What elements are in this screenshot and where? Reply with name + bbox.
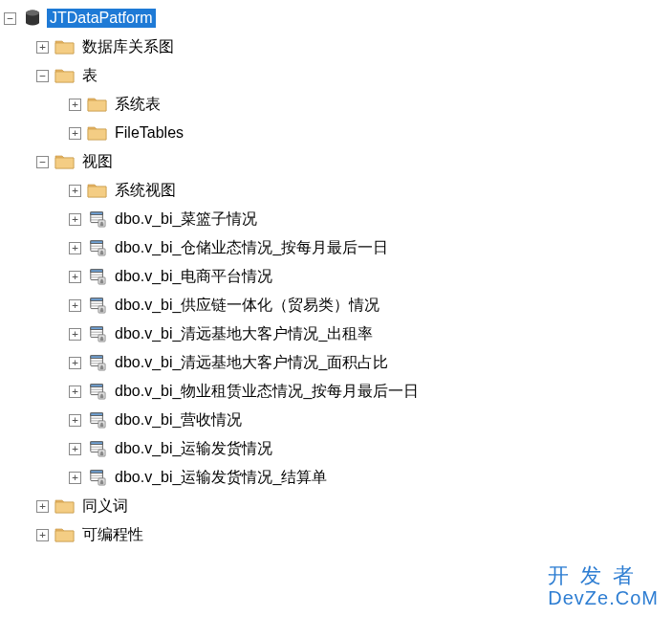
svg-rect-45	[91, 385, 103, 387]
expand-icon[interactable]: +	[36, 500, 49, 513]
svg-point-1	[26, 11, 39, 16]
tree-node-label[interactable]: 同义词	[79, 496, 131, 518]
collapse-icon[interactable]: −	[4, 12, 16, 25]
expand-icon[interactable]: +	[69, 328, 81, 341]
tree-node-label[interactable]: dbo.v_bi_清远基地大客户情况_出租率	[112, 323, 376, 345]
tree-node[interactable]: +FileTables	[4, 119, 668, 147]
tree-node-label[interactable]: dbo.v_bi_物业租赁业态情况_按每月最后一日	[112, 381, 422, 403]
tree-node-label[interactable]: FileTables	[112, 123, 186, 143]
expand-icon[interactable]: +	[69, 213, 81, 226]
svg-rect-52	[91, 413, 103, 416]
expand-icon[interactable]: +	[69, 99, 81, 111]
svg-rect-31	[91, 327, 103, 330]
expand-icon[interactable]: +	[69, 299, 81, 312]
tree-node[interactable]: +数据库关系图	[4, 33, 668, 61]
view-icon	[87, 382, 108, 401]
expand-icon[interactable]: +	[36, 41, 49, 54]
svg-rect-36	[100, 339, 104, 342]
view-icon	[87, 353, 108, 372]
view-icon	[87, 468, 108, 487]
tree-node[interactable]: +dbo.v_bi_电商平台情况	[4, 262, 668, 291]
view-icon	[87, 296, 108, 315]
folder-icon	[54, 66, 76, 85]
tree-node-label[interactable]: dbo.v_bi_营收情况	[112, 409, 245, 431]
collapse-icon[interactable]: −	[36, 70, 49, 82]
tree-node[interactable]: +dbo.v_bi_运输发货情况	[4, 434, 668, 463]
folder-icon	[54, 37, 76, 56]
svg-rect-71	[100, 482, 104, 485]
expand-icon[interactable]: +	[69, 357, 81, 369]
view-icon	[87, 439, 108, 458]
expand-icon[interactable]: +	[69, 386, 81, 398]
svg-rect-10	[91, 241, 103, 244]
tree-node-label[interactable]: dbo.v_bi_清远基地大客户情况_面积占比	[112, 352, 391, 374]
watermark-line2: DevZe.CoM	[548, 587, 659, 609]
tree-node[interactable]: +同义词	[4, 492, 668, 520]
tree-node[interactable]: +dbo.v_bi_仓储业态情况_按每月最后一日	[4, 233, 668, 262]
tree-node[interactable]: +dbo.v_bi_清远基地大客户情况_出租率	[4, 320, 668, 348]
expand-icon[interactable]: +	[69, 242, 81, 254]
svg-rect-59	[91, 442, 103, 445]
folder-icon	[87, 95, 108, 114]
svg-rect-29	[100, 310, 104, 313]
folder-icon	[87, 123, 108, 143]
view-icon	[87, 238, 108, 257]
tree-node-label[interactable]: 可编程性	[79, 524, 146, 546]
tree-node[interactable]: +系统表	[4, 90, 668, 119]
tree-node[interactable]: +dbo.v_bi_物业租赁业态情况_按每月最后一日	[4, 377, 668, 406]
tree-node[interactable]: −JTDataPatform	[4, 4, 668, 33]
tree-node-label[interactable]: 系统表	[112, 94, 163, 116]
expand-icon[interactable]: +	[69, 127, 81, 140]
tree-node-label[interactable]: dbo.v_bi_仓储业态情况_按每月最后一日	[112, 237, 391, 259]
tree-node[interactable]: −表	[4, 61, 668, 90]
view-icon	[87, 324, 108, 343]
expand-icon[interactable]: +	[69, 185, 81, 197]
tree-node[interactable]: −视图	[4, 147, 668, 176]
svg-rect-50	[100, 396, 104, 399]
tree-node-label[interactable]: dbo.v_bi_运输发货情况_结算单	[112, 467, 330, 489]
tree-node[interactable]: +可编程性	[4, 520, 668, 549]
database-tree[interactable]: −JTDataPatform+数据库关系图−表+系统表+FileTables−视…	[4, 4, 668, 549]
view-icon	[87, 410, 108, 430]
tree-node-label[interactable]: dbo.v_bi_菜篮子情况	[112, 209, 260, 231]
folder-icon	[54, 152, 76, 171]
tree-node-label[interactable]: 数据库关系图	[79, 36, 177, 58]
tree-node-label[interactable]: JTDataPatform	[47, 9, 156, 28]
svg-rect-43	[100, 367, 104, 370]
tree-node[interactable]: +dbo.v_bi_清远基地大客户情况_面积占比	[4, 348, 668, 377]
svg-rect-57	[100, 425, 104, 428]
svg-rect-17	[91, 270, 103, 273]
tree-node-label[interactable]: dbo.v_bi_运输发货情况	[112, 438, 275, 460]
expand-icon[interactable]: +	[69, 443, 81, 455]
expand-icon[interactable]: +	[69, 271, 81, 283]
svg-rect-22	[100, 281, 104, 284]
svg-rect-3	[91, 212, 103, 215]
svg-rect-8	[100, 224, 104, 227]
tree-node-label[interactable]: 视图	[79, 151, 116, 173]
svg-rect-38	[91, 356, 103, 359]
svg-rect-24	[91, 298, 103, 301]
svg-rect-15	[100, 253, 104, 255]
database-icon	[22, 9, 43, 28]
expand-icon[interactable]: +	[36, 529, 49, 541]
tree-node-label[interactable]: 表	[79, 65, 100, 87]
view-icon	[87, 209, 108, 229]
tree-node[interactable]: +dbo.v_bi_供应链一体化（贸易类）情况	[4, 291, 668, 320]
collapse-icon[interactable]: −	[36, 156, 49, 168]
tree-node-label[interactable]: 系统视图	[112, 180, 179, 202]
view-icon	[87, 267, 108, 286]
watermark-line1: 开发者	[548, 563, 659, 587]
tree-node-label[interactable]: dbo.v_bi_电商平台情况	[112, 266, 275, 288]
tree-node[interactable]: +dbo.v_bi_营收情况	[4, 406, 668, 434]
expand-icon[interactable]: +	[69, 472, 81, 484]
tree-node[interactable]: +系统视图	[4, 176, 668, 205]
expand-icon[interactable]: +	[69, 414, 81, 427]
folder-icon	[54, 525, 76, 544]
svg-rect-66	[91, 471, 103, 474]
watermark: 开发者 DevZe.CoM	[548, 563, 659, 609]
tree-node-label[interactable]: dbo.v_bi_供应链一体化（贸易类）情况	[112, 295, 382, 317]
tree-node[interactable]: +dbo.v_bi_运输发货情况_结算单	[4, 463, 668, 492]
tree-node[interactable]: +dbo.v_bi_菜篮子情况	[4, 205, 668, 233]
folder-icon	[87, 181, 108, 200]
folder-icon	[54, 496, 76, 516]
